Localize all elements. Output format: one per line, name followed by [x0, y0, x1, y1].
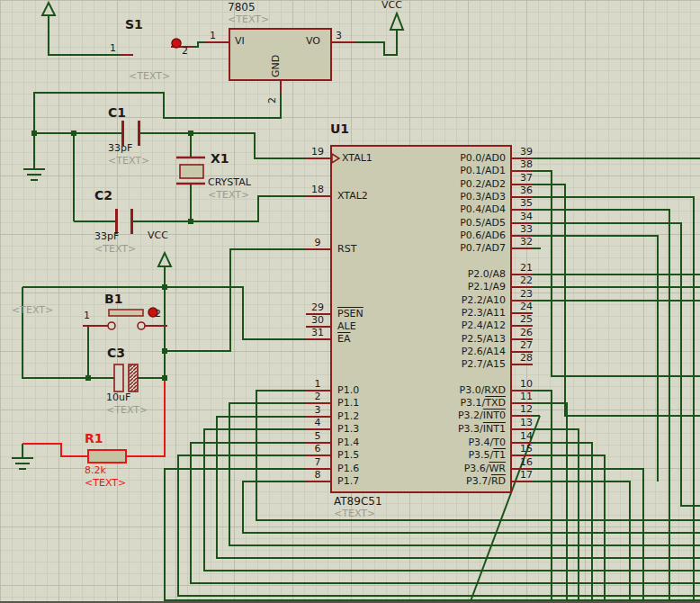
vcc-label-top: VCC	[381, 0, 402, 11]
pin-number: 26	[515, 327, 538, 338]
c3-ref-label: C3	[107, 347, 125, 358]
pin-number: 22	[515, 274, 538, 286]
pin-number: 38	[515, 158, 538, 170]
regulator-vo-pin-label: VO	[306, 36, 320, 47]
pin-label: P0.5/AD5	[387, 218, 506, 229]
pin-number: 11	[515, 391, 538, 402]
u1-text-placeholder: <TEXT>	[334, 508, 375, 519]
regulator-gnd-pin-label: GND	[271, 55, 282, 77]
pin-label: P3.1/TXD	[387, 398, 506, 409]
pin-label: RST	[337, 244, 356, 255]
x1-value-label: CRYSTAL	[208, 177, 251, 188]
pin-label: P0.7/AD7	[387, 243, 506, 254]
pin-label: P2.7/A15	[387, 359, 506, 370]
pin-label: P0.3/AD3	[387, 192, 506, 202]
pin-label: P1.4	[337, 437, 359, 448]
pin-label: P1.6	[337, 464, 359, 474]
s1-pin2-number: 2	[182, 46, 188, 57]
u1-part-label: AT89C51	[334, 496, 382, 507]
pin-number: 13	[515, 417, 538, 428]
s1-pin1-number: 1	[110, 43, 116, 54]
pin-number: 16	[515, 456, 538, 468]
pin-number: 9	[306, 237, 329, 248]
pin-label: P1.2	[337, 411, 359, 422]
pin-number: 15	[515, 443, 538, 454]
pin-number: 3	[306, 404, 329, 416]
pin-label: P0.0/AD0	[387, 153, 506, 164]
pin-number: 30	[306, 314, 329, 326]
pin-number: 21	[515, 262, 538, 274]
pin-label: PSEN	[337, 309, 363, 320]
pin-number: 25	[515, 313, 538, 325]
pin-number: 27	[515, 339, 538, 351]
pin-label: P3.2/INT0	[387, 410, 506, 421]
pin-label: P0.4/AD4	[387, 204, 506, 215]
pin-label: P3.7/RD	[387, 476, 506, 487]
pin-label: P1.5	[337, 450, 359, 461]
schematic-canvas: S1 <TEXT> 1 2 7805 <TEXT> 1 3 2 VI VO GN…	[0, 0, 700, 603]
pin-label: P2.5/A13	[387, 334, 506, 345]
pin-number: 17	[515, 469, 538, 481]
pin-label: P2.0/A8	[387, 269, 506, 280]
pin-number: 19	[306, 146, 329, 158]
x1-text-placeholder: <TEXT>	[208, 190, 249, 201]
pin-number: 18	[306, 184, 329, 195]
s1-ref-label: S1	[125, 19, 143, 30]
c1-value-label: 33pF	[108, 143, 132, 154]
c2-ref-label: C2	[94, 190, 112, 201]
pin-number: 2	[306, 391, 329, 402]
pin-label: XTAL2	[337, 191, 368, 202]
c1-text-placeholder: <TEXT>	[108, 156, 149, 166]
c3-text-placeholder: <TEXT>	[106, 405, 148, 416]
pin-number: 8	[306, 469, 329, 481]
pin-number: 5	[306, 430, 329, 442]
pin-number: 35	[515, 197, 538, 209]
pin-number: 1	[306, 378, 329, 390]
pin-label: P3.0/RXD	[387, 385, 506, 396]
pin-number: 39	[515, 146, 538, 158]
pin-number: 31	[306, 327, 329, 338]
pin-number: 23	[515, 288, 538, 300]
pin-label: P1.1	[337, 398, 359, 409]
pin-label: P3.4/T0	[387, 437, 506, 448]
pin-number: 29	[306, 302, 329, 313]
c3-value-label: 10uF	[106, 392, 130, 403]
pin-label: P1.0	[337, 385, 359, 396]
regulator-vi-pin-label: VI	[235, 36, 245, 47]
regulator-pin2-number: 2	[267, 97, 278, 104]
x1-ref-label: X1	[211, 153, 229, 164]
regulator-name-label: 7805	[228, 2, 256, 13]
pin-number: 36	[515, 184, 538, 196]
pin-label: P2.4/A12	[387, 320, 506, 331]
c2-text-placeholder: <TEXT>	[94, 244, 136, 255]
pin-number: 34	[515, 211, 538, 222]
pin-number: 32	[515, 236, 538, 248]
pin-number: 10	[515, 378, 538, 390]
pin-number: 24	[515, 301, 538, 312]
pin-label: P2.1/A9	[387, 282, 506, 292]
r1-text-placeholder: <TEXT>	[85, 478, 126, 489]
b1-pin1-number: 1	[84, 310, 90, 321]
pin-label: P2.3/A11	[387, 308, 506, 319]
pin-label: EA	[337, 334, 350, 345]
pin-label: P0.6/AD6	[387, 230, 506, 241]
r1-value-label: 8.2k	[85, 465, 106, 476]
regulator-pin1-number: 1	[210, 31, 216, 41]
vcc-label-mid: VCC	[148, 230, 168, 241]
pin-label: XTAL1	[342, 153, 372, 164]
pin-number: 6	[306, 443, 329, 454]
pin-label: ALE	[337, 321, 356, 332]
r1-ref-label: R1	[85, 433, 103, 444]
c1-ref-label: C1	[108, 107, 126, 118]
pin-label: P3.3/INT1	[387, 424, 506, 435]
s1-text-placeholder: <TEXT>	[129, 71, 170, 82]
pin-label: P1.3	[337, 424, 359, 435]
pin-label: P2.2/A10	[387, 295, 506, 306]
pin-label: P3.5/T1	[387, 450, 506, 461]
pin-number: 7	[306, 456, 329, 468]
pin-label: P0.2/AD2	[387, 179, 506, 190]
pin-label: P3.6/WR	[387, 464, 506, 474]
pin-label: P2.6/A14	[387, 346, 506, 357]
pin-number: 37	[515, 172, 538, 184]
regulator-pin3-number: 3	[336, 31, 342, 41]
